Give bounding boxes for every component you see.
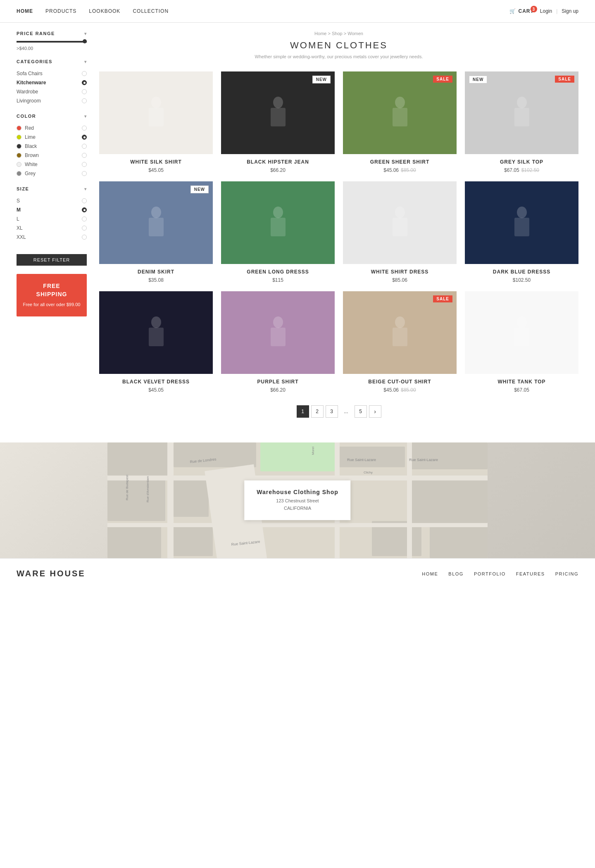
product-price: $66.20 bbox=[221, 167, 335, 173]
product-name: WHITE TANK TOP bbox=[465, 379, 578, 385]
category-sofa-chairs[interactable]: Sofa Chairs bbox=[17, 69, 87, 78]
nav-lookbook[interactable]: LOOKBOOK bbox=[89, 8, 120, 14]
product-image bbox=[221, 71, 335, 154]
size-filters: S M L XL XXL bbox=[17, 196, 87, 242]
product-card[interactable]: SALE ADD TO CART ⟨ ♡ + GREEN SHEER SHIRT… bbox=[343, 71, 457, 173]
svg-text:Rue d'Amsterdam: Rue d'Amsterdam bbox=[146, 476, 150, 502]
footer-links: HOMEBLOGPORTFOLIOFEATURESPRICING bbox=[422, 571, 578, 576]
product-card[interactable]: SALE ADD TO CART ⟨ ♡ + BEIGE CUT-OUT SHI… bbox=[343, 291, 457, 393]
footer: WARE HOUSE HOMEBLOGPORTFOLIOFEATURESPRIC… bbox=[0, 558, 595, 589]
store-address: 123 Chestnust Street CALIFORNIA bbox=[257, 497, 338, 512]
categories-arrow[interactable]: ▾ bbox=[84, 59, 87, 64]
cart-button[interactable]: 🛒 CART 3 bbox=[509, 8, 533, 14]
product-name: DENIM SKIRT bbox=[99, 269, 213, 275]
color-grey[interactable]: Grey bbox=[17, 169, 87, 178]
svg-point-20 bbox=[395, 316, 405, 328]
color-filters: Red Lime Black Brown White Grey bbox=[17, 124, 87, 178]
reset-filter-button[interactable]: Reset filter bbox=[17, 254, 87, 266]
product-card[interactable]: ADD TO CART ⟨ ♡ + BLACK VELVET DRESSS $4… bbox=[99, 291, 213, 393]
size-l[interactable]: L bbox=[17, 214, 87, 224]
login-link[interactable]: Login bbox=[540, 8, 552, 14]
nav-home[interactable]: HOME bbox=[17, 8, 33, 14]
page-3-button[interactable]: 3 bbox=[326, 405, 338, 418]
svg-rect-39 bbox=[107, 476, 488, 480]
product-card[interactable]: NEWSALE ADD TO CART ⟨ ♡ + GREY SILK TOP … bbox=[465, 71, 578, 173]
product-silhouette bbox=[509, 316, 534, 349]
size-m[interactable]: M bbox=[17, 205, 87, 214]
product-card[interactable]: ADD TO CART ⟨ ♡ + PURPLE SHIRT $66.20 bbox=[221, 291, 335, 393]
free-shipping-subtitle: Free for all over oder $99.00 bbox=[23, 302, 81, 308]
page-5-button[interactable]: 5 bbox=[355, 405, 367, 418]
product-card[interactable]: ADD TO CART ⟨ ♡ + GREEN LONG DRESSS $115 bbox=[221, 181, 335, 283]
svg-rect-15 bbox=[514, 218, 529, 236]
svg-rect-36 bbox=[430, 525, 488, 558]
svg-rect-31 bbox=[171, 480, 209, 517]
product-card[interactable]: ADD TO CART ⟨ ♡ + WHITE TANK TOP $67.05 bbox=[465, 291, 578, 393]
size-xxl[interactable]: XXL bbox=[17, 233, 87, 242]
svg-point-2 bbox=[273, 97, 283, 108]
product-card[interactable]: ADD TO CART ⟨ ♡ + WHITE SILK SHIRT $45.0… bbox=[99, 71, 213, 173]
page-1-button[interactable]: 1 bbox=[297, 405, 309, 418]
product-image-wrapper: ADD TO CART ⟨ ♡ + bbox=[465, 181, 578, 264]
color-dot-grey bbox=[17, 171, 21, 176]
category-livingroom[interactable]: Livingroom bbox=[17, 96, 87, 105]
nav-collection[interactable]: COLLECTION bbox=[133, 8, 169, 14]
color-radio-grey bbox=[82, 171, 87, 176]
svg-rect-30 bbox=[107, 480, 165, 521]
size-xl[interactable]: XL bbox=[17, 224, 87, 233]
page-title: WOMEN CLOTHES bbox=[99, 40, 578, 51]
svg-point-16 bbox=[151, 316, 161, 328]
category-wardrobe[interactable]: Wardrobe bbox=[17, 87, 87, 96]
signup-link[interactable]: Sign up bbox=[562, 8, 578, 14]
product-card[interactable]: ADD TO CART ⟨ ♡ + DARK BLUE DRESSS $102.… bbox=[465, 181, 578, 283]
color-dot-black bbox=[17, 144, 21, 149]
product-image-wrapper: NEWSALE ADD TO CART ⟨ ♡ + bbox=[465, 71, 578, 154]
footer-link-portfolio[interactable]: PORTFOLIO bbox=[474, 571, 506, 576]
svg-point-12 bbox=[395, 207, 405, 218]
svg-text:Rue Saint-Lazare: Rue Saint-Lazare bbox=[347, 458, 376, 462]
svg-point-10 bbox=[273, 207, 283, 218]
color-lime[interactable]: Lime bbox=[17, 133, 87, 142]
footer-link-home[interactable]: HOME bbox=[422, 571, 438, 576]
footer-link-features[interactable]: FEATURES bbox=[516, 571, 545, 576]
svg-rect-26 bbox=[174, 442, 256, 467]
price-label: >$40.00 bbox=[17, 46, 87, 51]
price-range-section: PRICE RANGE ▾ >$40.00 bbox=[17, 31, 87, 51]
product-image-wrapper: NEW ADD TO CART ⟨ ♡ + bbox=[221, 71, 335, 154]
product-badge: NEW bbox=[312, 76, 331, 83]
color-arrow[interactable]: ▾ bbox=[84, 114, 87, 119]
page-next-button[interactable]: › bbox=[369, 405, 381, 418]
product-name: BLACK HIPSTER JEAN bbox=[221, 159, 335, 165]
product-image bbox=[465, 291, 578, 374]
svg-point-22 bbox=[517, 316, 527, 328]
product-card[interactable]: NEW ADD TO CART ⟨ ♡ + DENIM SKIRT $35.08 bbox=[99, 181, 213, 283]
footer-link-blog[interactable]: BLOG bbox=[448, 571, 464, 576]
product-image bbox=[221, 291, 335, 374]
color-red[interactable]: Red bbox=[17, 124, 87, 133]
footer-link-pricing[interactable]: PRICING bbox=[555, 571, 578, 576]
nav-products[interactable]: PRODUCTS bbox=[45, 8, 76, 14]
color-white[interactable]: White bbox=[17, 160, 87, 169]
product-image bbox=[343, 291, 457, 374]
color-black[interactable]: Black bbox=[17, 142, 87, 151]
product-card[interactable]: NEW ADD TO CART ⟨ ♡ + BLACK HIPSTER JEAN… bbox=[221, 71, 335, 173]
svg-rect-34 bbox=[171, 525, 213, 556]
size-s[interactable]: S bbox=[17, 196, 87, 205]
price-range-bar[interactable] bbox=[17, 41, 87, 43]
color-brown[interactable]: Brown bbox=[17, 151, 87, 160]
product-image-wrapper: ADD TO CART ⟨ ♡ + bbox=[343, 181, 457, 264]
svg-rect-11 bbox=[271, 218, 286, 236]
badge-new: NEW bbox=[469, 76, 487, 83]
product-badge: SALE bbox=[433, 76, 452, 83]
svg-text:Morel: Morel bbox=[311, 447, 315, 455]
price-range-arrow[interactable]: ▾ bbox=[84, 31, 87, 36]
map-overlay: Warehouse Clothing Shop 123 Chestnust St… bbox=[244, 480, 350, 520]
size-title: SIZE ▾ bbox=[17, 186, 87, 191]
category-kitchenware[interactable]: Kitchenware bbox=[17, 78, 87, 87]
svg-rect-27 bbox=[260, 442, 335, 471]
categories-section: CATEGORIES ▾ Sofa Chairs Kitchenware War… bbox=[17, 59, 87, 105]
product-card[interactable]: ADD TO CART ⟨ ♡ + WHITE SHIRT DRESS $85.… bbox=[343, 181, 457, 283]
page-subtitle: Whether simple or wedding-worthy, our pr… bbox=[99, 54, 578, 59]
page-2-button[interactable]: 2 bbox=[311, 405, 324, 418]
size-arrow[interactable]: ▾ bbox=[84, 187, 87, 191]
